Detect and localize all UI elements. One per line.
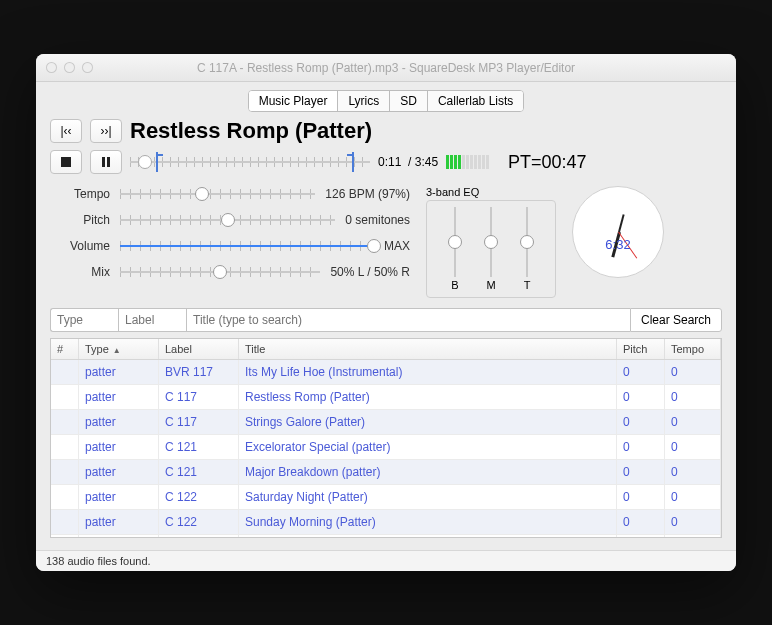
cell-tempo: 0 (665, 485, 721, 510)
column-label[interactable]: Label (159, 339, 239, 359)
cell-label: C 117 (159, 410, 239, 435)
eq-panel: 3-band EQ BMT (426, 186, 556, 298)
search-title-input[interactable] (186, 308, 630, 332)
cell-tempo: 0 (665, 410, 721, 435)
mix-label: Mix (50, 265, 110, 279)
table-row[interactable]: patter C 117 Strings Galore (Patter) 0 0 (51, 410, 721, 435)
table-row[interactable]: patter C 117 Restless Romp (Patter) 0 0 (51, 385, 721, 410)
eq-m-slider[interactable] (482, 207, 500, 277)
cell-pitch: 0 (617, 435, 665, 460)
eq-b-knob[interactable] (448, 235, 462, 249)
table-row[interactable]: patter C 121 Excelorator Special (patter… (51, 435, 721, 460)
column-#[interactable]: # (51, 339, 79, 359)
cell-label: C 122 (159, 485, 239, 510)
cell-title: Major Breakdown (patter) (239, 460, 617, 485)
loop-end-button[interactable]: ››| (90, 119, 122, 143)
time-position: 0:11 / 3:45 (378, 155, 438, 169)
table-row[interactable]: patter C 121 Major Breakdown (patter) 0 … (51, 460, 721, 485)
cell-pitch: 0 (617, 510, 665, 535)
cell-title: Saturday Night (Patter) (239, 485, 617, 510)
tempo-knob[interactable] (195, 187, 209, 201)
cell-pitch: 0 (617, 385, 665, 410)
volume-slider[interactable] (120, 238, 374, 254)
cell-label: CRC 131 (159, 535, 239, 538)
minimize-icon[interactable] (64, 62, 75, 73)
volume-readout: MAX (384, 239, 410, 253)
cell-pitch: 0 (617, 485, 665, 510)
vu-meter (446, 154, 496, 170)
cell-label: C 121 (159, 460, 239, 485)
search-label-input[interactable] (118, 308, 186, 332)
column-pitch[interactable]: Pitch (617, 339, 665, 359)
eq-t-label: T (512, 279, 542, 291)
tab-lyrics[interactable]: Lyrics (338, 91, 390, 111)
tab-callerlab-lists[interactable]: Callerlab Lists (428, 91, 523, 111)
close-icon[interactable] (46, 62, 57, 73)
main-tabs: Music PlayerLyricsSDCallerlab Lists (36, 90, 736, 112)
cell-type: patter (79, 510, 159, 535)
tab-music-player[interactable]: Music Player (249, 91, 339, 111)
titlebar: C 117A - Restless Romp (Patter).mp3 - Sq… (36, 54, 736, 82)
cell-type: patter (79, 410, 159, 435)
pitch-knob[interactable] (221, 213, 235, 227)
cell-title: Restless Romp (Patter) (239, 385, 617, 410)
song-table[interactable]: #TypeLabelTitlePitchTempo patter BVR 117… (50, 338, 722, 538)
cell-type: patter (79, 385, 159, 410)
pause-button[interactable] (90, 150, 122, 174)
cell-type: patter (79, 535, 159, 538)
app-window: C 117A - Restless Romp (Patter).mp3 - Sq… (36, 54, 736, 571)
eq-b-label: B (440, 279, 470, 291)
cell-pitch: 0 (617, 410, 665, 435)
loop-start-button[interactable]: |‹‹ (50, 119, 82, 143)
cell-label: C 122 (159, 510, 239, 535)
cell-label: BVR 117 (159, 360, 239, 385)
table-row[interactable]: patter BVR 117 Its My Life Hoe (Instrume… (51, 360, 721, 385)
cell-tempo: 0 (665, 435, 721, 460)
search-type-input[interactable] (50, 308, 118, 332)
tempo-slider[interactable] (120, 186, 315, 202)
cell-pitch: 0 (617, 360, 665, 385)
analog-clock: 6:32 (572, 186, 664, 278)
cell-title: Its My Life Hoe (Instrumental) (239, 360, 617, 385)
loop-start-marker[interactable] (156, 152, 158, 172)
tempo-label: Tempo (50, 187, 110, 201)
cell-pitch: 0 (617, 535, 665, 538)
volume-knob[interactable] (367, 239, 381, 253)
cell-title: Strings Galore (Patter) (239, 410, 617, 435)
volume-label: Volume (50, 239, 110, 253)
maximize-icon[interactable] (82, 62, 93, 73)
column-type[interactable]: Type (79, 339, 159, 359)
cell-tempo: 0 (665, 535, 721, 538)
song-title: Restless Romp (Patter) (130, 118, 372, 144)
table-row[interactable]: patter C 122 Sunday Morning (Patter) 0 0 (51, 510, 721, 535)
stop-icon (61, 157, 71, 167)
mix-slider[interactable] (120, 264, 320, 280)
column-tempo[interactable]: Tempo (665, 339, 721, 359)
clear-search-button[interactable]: Clear Search (630, 308, 722, 332)
pitch-slider[interactable] (120, 212, 335, 228)
eq-t-knob[interactable] (520, 235, 534, 249)
cell-tempo: 0 (665, 510, 721, 535)
eq-t-slider[interactable] (518, 207, 536, 277)
table-row[interactable]: patter CRC 131 Rocky Pond (Patter) 0 0 (51, 535, 721, 538)
stop-button[interactable] (50, 150, 82, 174)
clock-digital: 6:32 (573, 237, 663, 252)
eq-title: 3-band EQ (426, 186, 556, 198)
hour-hand (618, 214, 625, 232)
mix-readout: 50% L / 50% R (330, 265, 410, 279)
column-title[interactable]: Title (239, 339, 617, 359)
cell-type: patter (79, 460, 159, 485)
cell-tempo: 0 (665, 460, 721, 485)
tab-sd[interactable]: SD (390, 91, 428, 111)
loop-end-marker[interactable] (352, 152, 354, 172)
cell-label: C 117 (159, 385, 239, 410)
eq-b-slider[interactable] (446, 207, 464, 277)
seek-knob[interactable] (138, 155, 152, 169)
cell-type: patter (79, 360, 159, 385)
seek-slider[interactable] (130, 152, 370, 172)
eq-m-knob[interactable] (484, 235, 498, 249)
cell-title: Rocky Pond (Patter) (239, 535, 617, 538)
tempo-readout: 126 BPM (97%) (325, 187, 410, 201)
eq-m-label: M (476, 279, 506, 291)
table-row[interactable]: patter C 122 Saturday Night (Patter) 0 0 (51, 485, 721, 510)
